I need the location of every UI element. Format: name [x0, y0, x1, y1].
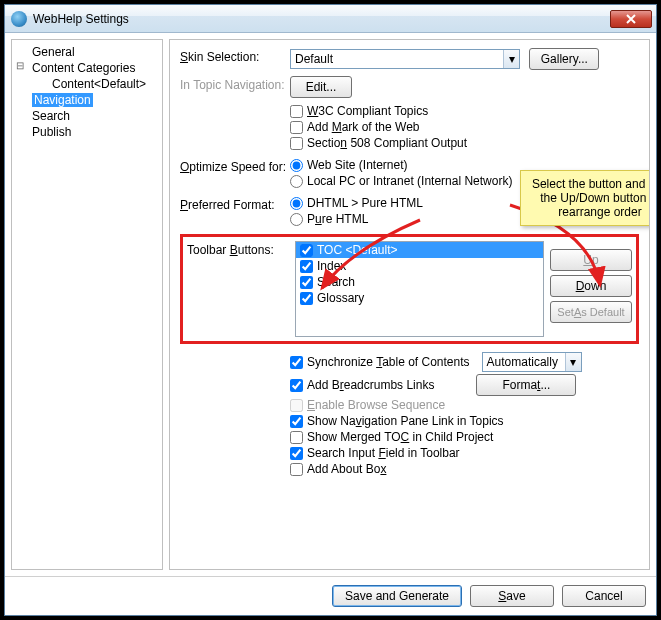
search-input-toolbar-checkbox[interactable] [290, 447, 303, 460]
section-508-checkbox[interactable] [290, 137, 303, 150]
down-button[interactable]: Down [550, 275, 632, 297]
merged-toc-label: Show Merged TOC in Child Project [307, 430, 493, 444]
about-box-checkbox[interactable] [290, 463, 303, 476]
up-button[interactable]: Up [550, 249, 632, 271]
nav-pane-link-label: Show Navigation Pane Link in Topics [307, 414, 504, 428]
instruction-callout: Select the button and use the Up/Down bu… [520, 170, 650, 226]
browse-sequence-label: Enable Browse Sequence [307, 398, 445, 412]
format-pure-radio[interactable] [290, 213, 303, 226]
optimize-web-radio[interactable] [290, 159, 303, 172]
titlebar: WebHelp Settings [5, 5, 656, 33]
edit-button[interactable]: Edit... [290, 76, 352, 98]
tree-item-navigation[interactable]: Navigation [14, 92, 160, 108]
cancel-button[interactable]: Cancel [562, 585, 646, 607]
sync-mode-dropdown[interactable]: Automatically ▾ [482, 352, 582, 372]
nav-pane-link-checkbox[interactable] [290, 415, 303, 428]
glossary-checkbox[interactable] [300, 292, 313, 305]
tree-item-general[interactable]: General [14, 44, 160, 60]
set-as-default-button[interactable]: Set As Default [550, 301, 632, 323]
list-item[interactable]: TOC <Default> [296, 242, 543, 258]
sync-toc-label: Synchronize Table of Contents [307, 355, 470, 369]
format-button[interactable]: Format... [476, 374, 576, 396]
format-dhtml-radio[interactable] [290, 197, 303, 210]
merged-toc-checkbox[interactable] [290, 431, 303, 444]
optimize-local-radio[interactable] [290, 175, 303, 188]
format-dhtml-label: DHTML > Pure HTML [307, 196, 423, 210]
in-topic-nav-label: In Topic Navigation: [180, 76, 290, 92]
close-button[interactable] [610, 10, 652, 28]
tree-item-search[interactable]: Search [14, 108, 160, 124]
section-508-label: Section 508 Compliant Output [307, 136, 467, 150]
toolbar-buttons-label: Toolbar Buttons: [187, 241, 289, 257]
app-icon [11, 11, 27, 27]
toolbar-buttons-listbox[interactable]: TOC <Default> Index Search Glossary [295, 241, 544, 337]
index-checkbox[interactable] [300, 260, 313, 273]
w3c-compliant-label: W3C Compliant Topics [307, 104, 428, 118]
save-and-generate-button[interactable]: Save and Generate [332, 585, 462, 607]
breadcrumbs-checkbox[interactable] [290, 379, 303, 392]
window-title: WebHelp Settings [33, 12, 610, 26]
skin-selection-label: Skin Selection: [180, 48, 290, 64]
webhelp-settings-window: WebHelp Settings General Content Categor… [4, 4, 657, 616]
mark-of-web-label: Add Mark of the Web [307, 120, 420, 134]
dialog-footer: Save and Generate Save Cancel [5, 576, 656, 615]
about-box-label: Add About Box [307, 462, 386, 476]
breadcrumbs-label: Add Breadcrumbs Links [307, 378, 434, 392]
chevron-down-icon: ▾ [503, 50, 519, 68]
toolbar-buttons-highlight: Toolbar Buttons: TOC <Default> Index Sea… [180, 234, 639, 344]
browse-sequence-checkbox[interactable] [290, 399, 303, 412]
tree-item-publish[interactable]: Publish [14, 124, 160, 140]
sync-toc-checkbox[interactable] [290, 356, 303, 369]
list-item[interactable]: Index [296, 258, 543, 274]
nav-tree[interactable]: General Content Categories Content<Defau… [11, 39, 163, 570]
skin-selection-dropdown[interactable]: Default ▾ [290, 49, 520, 69]
dialog-body: General Content Categories Content<Defau… [5, 33, 656, 576]
optimize-local-label: Local PC or Intranet (Internal Network) [307, 174, 512, 188]
search-checkbox[interactable] [300, 276, 313, 289]
list-item[interactable]: Search [296, 274, 543, 290]
optimize-speed-label: Optimize Speed for: [180, 158, 290, 174]
chevron-down-icon: ▾ [565, 353, 581, 371]
search-input-toolbar-label: Search Input Field in Toolbar [307, 446, 460, 460]
save-button[interactable]: Save [470, 585, 554, 607]
tree-item-content-categories[interactable]: Content Categories [14, 60, 160, 76]
preferred-format-label: Preferred Format: [180, 196, 290, 212]
toc-checkbox[interactable] [300, 244, 313, 257]
optimize-web-label: Web Site (Internet) [307, 158, 408, 172]
tree-item-content-default[interactable]: Content<Default> [14, 76, 160, 92]
gallery-button[interactable]: Gallery... [529, 48, 599, 70]
settings-panel: Skin Selection: Default ▾ Gallery... In … [169, 39, 650, 570]
list-item[interactable]: Glossary [296, 290, 543, 306]
format-pure-label: Pure HTML [307, 212, 368, 226]
mark-of-web-checkbox[interactable] [290, 121, 303, 134]
w3c-compliant-checkbox[interactable] [290, 105, 303, 118]
